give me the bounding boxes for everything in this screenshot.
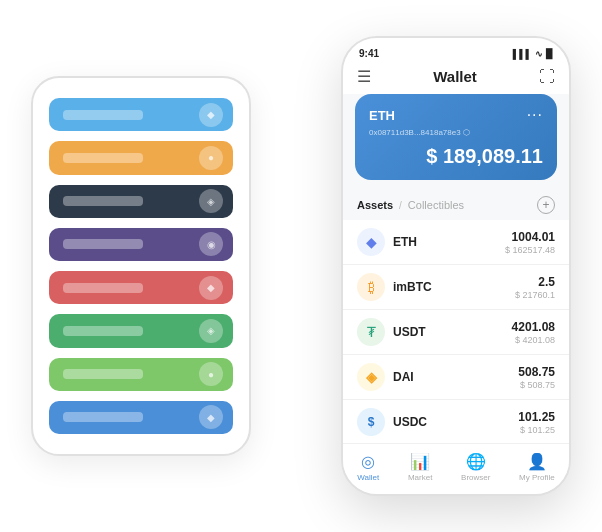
- bottom-nav: ◎ Wallet 📊 Market 🌐 Browser 👤 My Profile: [343, 443, 569, 494]
- nav-item-market[interactable]: 📊 Market: [408, 452, 432, 482]
- asset-icon-dai: ◈: [357, 363, 385, 391]
- asset-amount-imbtc: 2.5: [515, 275, 555, 289]
- asset-values-eth: 1004.01 $ 162517.48: [505, 230, 555, 255]
- eth-card-label: ETH: [369, 108, 395, 123]
- browser-nav-label: Browser: [461, 473, 490, 482]
- card-label-4: [63, 239, 143, 249]
- profile-nav-icon: 👤: [527, 452, 547, 471]
- expand-icon[interactable]: ⛶: [539, 68, 555, 86]
- card-icon-6: ◈: [199, 319, 223, 343]
- asset-name-usdt: USDT: [393, 325, 512, 339]
- card-label-7: [63, 369, 143, 379]
- asset-name-eth: ETH: [393, 235, 505, 249]
- card-row-7[interactable]: ●: [49, 358, 233, 391]
- wifi-icon: ∿: [535, 49, 543, 59]
- phone-back: ◆ ● ◈ ◉ ◆ ◈ ● ◆: [31, 76, 251, 456]
- asset-icon-usdt: ₮: [357, 318, 385, 346]
- card-row-3[interactable]: ◈: [49, 185, 233, 218]
- card-row-2[interactable]: ●: [49, 141, 233, 174]
- status-bar: 9:41 ▌▌▌ ∿ ▉: [343, 38, 569, 63]
- asset-icon-imbtc: ₿: [357, 273, 385, 301]
- card-label-8: [63, 412, 143, 422]
- phone-front: 9:41 ▌▌▌ ∿ ▉ ☰ Wallet ⛶ ETH ··· 0x08711d…: [341, 36, 571, 496]
- card-label-6: [63, 326, 143, 336]
- asset-icon-usdc: $: [357, 408, 385, 436]
- asset-item-usdt[interactable]: ₮ USDT 4201.08 $ 4201.08: [343, 310, 569, 355]
- eth-balance: $ 189,089.11: [369, 145, 543, 168]
- card-row-5[interactable]: ◆: [49, 271, 233, 304]
- asset-usd-usdt: $ 4201.08: [512, 335, 555, 345]
- card-label-3: [63, 196, 143, 206]
- asset-name-dai: DAI: [393, 370, 518, 384]
- card-icon-8: ◆: [199, 405, 223, 429]
- card-icon-1: ◆: [199, 103, 223, 127]
- asset-name-usdc: USDC: [393, 415, 518, 429]
- asset-usd-dai: $ 508.75: [518, 380, 555, 390]
- nav-item-browser[interactable]: 🌐 Browser: [461, 452, 490, 482]
- card-row-8[interactable]: ◆: [49, 401, 233, 434]
- asset-icon-eth: ◆: [357, 228, 385, 256]
- card-icon-7: ●: [199, 362, 223, 386]
- asset-amount-eth: 1004.01: [505, 230, 555, 244]
- asset-amount-usdc: 101.25: [518, 410, 555, 424]
- wallet-nav-label: Wallet: [357, 473, 379, 482]
- asset-values-dai: 508.75 $ 508.75: [518, 365, 555, 390]
- asset-usd-usdc: $ 101.25: [518, 425, 555, 435]
- asset-name-imbtc: imBTC: [393, 280, 515, 294]
- asset-values-usdc: 101.25 $ 101.25: [518, 410, 555, 435]
- assets-header: Assets / Collectibles +: [343, 190, 569, 220]
- asset-usd-eth: $ 162517.48: [505, 245, 555, 255]
- asset-usd-imbtc: $ 21760.1: [515, 290, 555, 300]
- asset-item-usdc[interactable]: $ USDC 101.25 $ 101.25: [343, 400, 569, 443]
- card-label-1: [63, 110, 143, 120]
- status-icons: ▌▌▌ ∿ ▉: [513, 49, 553, 59]
- asset-list: ◆ ETH 1004.01 $ 162517.48 ₿ imBTC 2.5 $ …: [343, 220, 569, 443]
- card-row-6[interactable]: ◈: [49, 314, 233, 347]
- nav-item-profile[interactable]: 👤 My Profile: [519, 452, 555, 482]
- nav-item-wallet[interactable]: ◎ Wallet: [357, 452, 379, 482]
- tab-collectibles[interactable]: Collectibles: [408, 199, 464, 211]
- status-time: 9:41: [359, 48, 379, 59]
- add-asset-button[interactable]: +: [537, 196, 555, 214]
- battery-icon: ▉: [546, 49, 553, 59]
- top-nav: ☰ Wallet ⛶: [343, 63, 569, 94]
- page-title: Wallet: [433, 68, 477, 85]
- card-icon-4: ◉: [199, 232, 223, 256]
- asset-item-imbtc[interactable]: ₿ imBTC 2.5 $ 21760.1: [343, 265, 569, 310]
- card-label-5: [63, 283, 143, 293]
- card-label-2: [63, 153, 143, 163]
- eth-card-dots[interactable]: ···: [527, 106, 543, 124]
- card-row-1[interactable]: ◆: [49, 98, 233, 131]
- tab-divider: /: [399, 200, 402, 211]
- menu-icon[interactable]: ☰: [357, 67, 371, 86]
- wallet-nav-icon: ◎: [361, 452, 375, 471]
- asset-values-imbtc: 2.5 $ 21760.1: [515, 275, 555, 300]
- market-nav-icon: 📊: [410, 452, 430, 471]
- card-row-4[interactable]: ◉: [49, 228, 233, 261]
- asset-amount-dai: 508.75: [518, 365, 555, 379]
- asset-item-dai[interactable]: ◈ DAI 508.75 $ 508.75: [343, 355, 569, 400]
- assets-tabs: Assets / Collectibles: [357, 199, 464, 211]
- browser-nav-icon: 🌐: [466, 452, 486, 471]
- scene: ◆ ● ◈ ◉ ◆ ◈ ● ◆: [11, 11, 591, 521]
- signal-icon: ▌▌▌: [513, 49, 532, 59]
- profile-nav-label: My Profile: [519, 473, 555, 482]
- eth-address: 0x08711d3B...8418a78e3 ⬡: [369, 128, 543, 137]
- eth-card[interactable]: ETH ··· 0x08711d3B...8418a78e3 ⬡ $ 189,0…: [355, 94, 557, 180]
- asset-values-usdt: 4201.08 $ 4201.08: [512, 320, 555, 345]
- card-icon-3: ◈: [199, 189, 223, 213]
- market-nav-label: Market: [408, 473, 432, 482]
- card-icon-5: ◆: [199, 276, 223, 300]
- eth-card-top: ETH ···: [369, 106, 543, 124]
- card-icon-2: ●: [199, 146, 223, 170]
- asset-amount-usdt: 4201.08: [512, 320, 555, 334]
- asset-item-eth[interactable]: ◆ ETH 1004.01 $ 162517.48: [343, 220, 569, 265]
- tab-assets[interactable]: Assets: [357, 199, 393, 211]
